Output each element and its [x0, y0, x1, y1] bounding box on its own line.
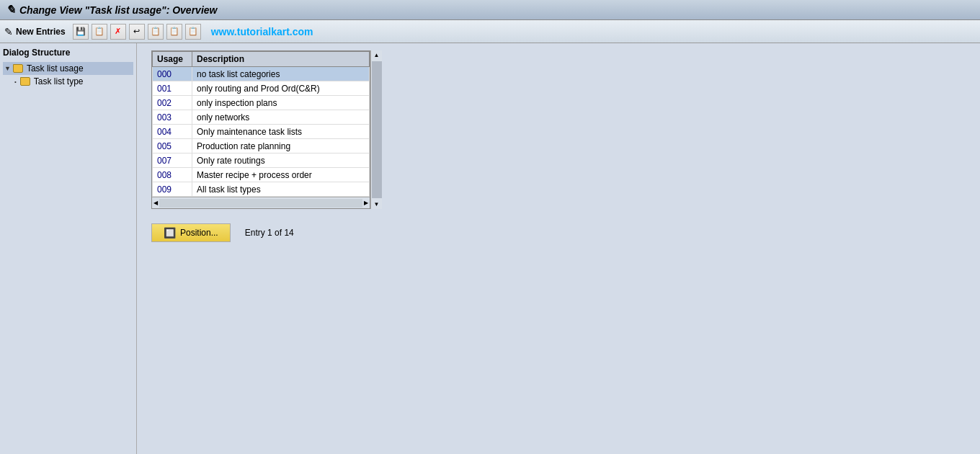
col-header-description: Description	[192, 52, 370, 67]
cell-description: only routing and Prod Ord(C&R)	[192, 81, 370, 96]
vscroll-down-btn[interactable]: ▼	[373, 200, 381, 209]
new-entries-label[interactable]: New Entries	[16, 27, 66, 37]
title-bar: ✎ Change View "Task list usage": Overvie…	[0, 0, 980, 20]
copy-button[interactable]: 📋	[92, 24, 107, 40]
sidebar-title: Dialog Structure	[3, 48, 133, 58]
table-row[interactable]: 004Only maintenance task lists	[153, 125, 370, 139]
table-wrapper: Usage Description 000no task list catego…	[151, 50, 370, 209]
toolbar: ✎ New Entries 💾 📋 ✗ ↩ 📋 📋 📋 www.tutorial…	[0, 20, 980, 43]
entry-info: Entry 1 of 14	[245, 228, 294, 238]
table-row[interactable]: 000no task list categories	[153, 67, 370, 81]
position-label: Position...	[180, 228, 218, 238]
cell-description: Master recipe + process order	[192, 168, 370, 182]
position-button[interactable]: 🔲 Position...	[151, 223, 231, 242]
cell-usage: 009	[153, 182, 192, 197]
table-row[interactable]: 007Only rate routings	[153, 153, 370, 168]
table-row[interactable]: 005Production rate planning	[153, 139, 370, 153]
vscroll-thumb[interactable]	[372, 61, 382, 198]
cell-description: Only rate routings	[192, 153, 370, 168]
hscroll-track	[159, 199, 362, 208]
hscroll-right-btn[interactable]: ▶	[362, 200, 370, 206]
cell-usage: 003	[153, 110, 192, 125]
cell-description: only networks	[192, 110, 370, 125]
cell-description: Production rate planning	[192, 139, 370, 153]
paste-button[interactable]: 📋	[148, 24, 164, 40]
table-row[interactable]: 008Master recipe + process order	[153, 168, 370, 182]
cell-usage: 001	[153, 81, 192, 96]
table-row[interactable]: 009All task list types	[153, 182, 370, 197]
cell-usage: 002	[153, 96, 192, 110]
sidebar-label-type: Task list type	[34, 76, 84, 86]
sidebar-item-task-list-type[interactable]: • Task list type	[3, 75, 133, 88]
table-row[interactable]: 001only routing and Prod Ord(C&R)	[153, 81, 370, 96]
table-body: 000no task list categories001only routin…	[153, 67, 370, 197]
new-entries-icon: ✎	[4, 26, 13, 37]
cell-description: All task list types	[192, 182, 370, 197]
content-area: Usage Description 000no task list catego…	[137, 43, 980, 454]
table-row[interactable]: 002only inspection plans	[153, 96, 370, 110]
horizontal-scrollbar[interactable]: ◀ ▶	[152, 197, 370, 208]
undo-button[interactable]: ↩	[129, 24, 145, 40]
cell-description: Only maintenance task lists	[192, 125, 370, 139]
vscroll-up-btn[interactable]: ▲	[373, 50, 381, 60]
position-area: 🔲 Position... Entry 1 of 14	[151, 223, 966, 242]
cell-usage: 004	[153, 125, 192, 139]
position-icon: 🔲	[164, 227, 176, 239]
cell-description: no task list categories	[192, 67, 370, 81]
vertical-scrollbar[interactable]: ▲ ▼	[370, 50, 382, 209]
cell-usage: 005	[153, 139, 192, 153]
move-button[interactable]: 📋	[166, 24, 182, 40]
title-text: Change View "Task list usage": Overview	[19, 4, 217, 16]
title-icon: ✎	[6, 3, 15, 17]
sidebar-label-usage: Task list usage	[27, 63, 84, 74]
folder-icon-usage	[13, 64, 23, 73]
cell-description: only inspection plans	[192, 96, 370, 110]
folder-icon-type	[20, 77, 30, 86]
dot-icon: •	[14, 79, 17, 85]
watermark: www.tutorialkart.com	[211, 26, 313, 37]
table-container: Usage Description 000no task list catego…	[151, 50, 382, 209]
save-button[interactable]: 💾	[73, 24, 89, 40]
cell-usage: 008	[153, 168, 192, 182]
hscroll-left-btn[interactable]: ◀	[152, 200, 159, 206]
cell-usage: 007	[153, 153, 192, 168]
col-header-usage: Usage	[153, 52, 192, 67]
arrow-down-icon: ▼	[4, 65, 11, 72]
delete-button[interactable]: ✗	[110, 24, 126, 40]
table-row[interactable]: 003only networks	[153, 110, 370, 125]
sidebar: Dialog Structure ▼ Task list usage • Tas…	[0, 43, 137, 454]
sidebar-item-task-list-usage[interactable]: ▼ Task list usage	[3, 62, 133, 75]
cell-usage: 000	[153, 67, 192, 81]
select-button[interactable]: 📋	[185, 24, 201, 40]
main-layout: Dialog Structure ▼ Task list usage • Tas…	[0, 43, 980, 454]
data-table: Usage Description 000no task list catego…	[152, 51, 370, 197]
